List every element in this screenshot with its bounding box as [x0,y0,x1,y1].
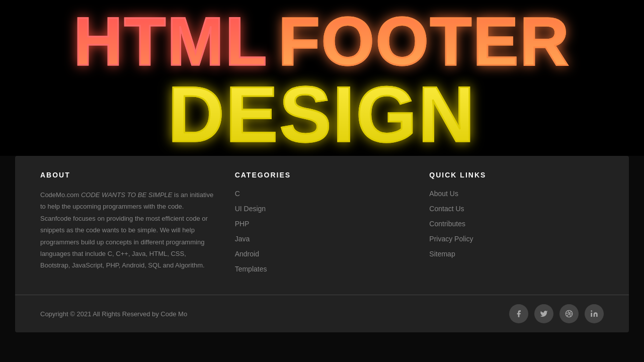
footer-quicklinks-col: QUICK LINKS About Us Contact Us Contribu… [429,171,604,280]
footer-categories-col: CATEGORIES C UI Design PHP Java Android … [235,171,410,280]
category-link-php[interactable]: PHP [235,220,250,228]
list-item: Android [235,249,410,258]
title-footer: FOOTER [278,8,570,75]
twitter-icon[interactable] [534,304,553,323]
quicklink-contributes[interactable]: Contributes [429,220,465,228]
category-link-ui[interactable]: UI Design [235,205,266,213]
categories-list: C UI Design PHP Java Android Templates [235,189,410,274]
footer-bottom: Copyright © 2021 All Rights Reserved by … [15,295,629,332]
list-item: Privacy Policy [429,234,604,243]
facebook-icon[interactable] [509,304,528,323]
list-item: Contributes [429,219,604,228]
linkedin-icon[interactable] [585,304,604,323]
category-link-android[interactable]: Android [235,250,259,258]
quicklink-privacy[interactable]: Privacy Policy [429,235,473,243]
footer-about-col: ABOUT CodeMo.com CODE WANTS TO BE SIMPLE… [40,171,215,280]
list-item: Contact Us [429,204,604,213]
title-row-2: DESIGN [168,75,476,153]
footer-section: ABOUT CodeMo.com CODE WANTS TO BE SIMPLE… [15,156,629,295]
list-item: C [235,189,410,198]
list-item: Java [235,234,410,243]
list-item: Templates [235,264,410,274]
list-item: UI Design [235,204,410,213]
category-link-java[interactable]: Java [235,235,250,243]
list-item: Sitemap [429,249,604,258]
quicklink-sitemap[interactable]: Sitemap [429,250,455,258]
categories-title: CATEGORIES [235,171,410,179]
about-title: ABOUT [40,171,215,179]
hero-section: HTML FOOTER DESIGN [0,0,644,156]
footer-top: ABOUT CodeMo.com CODE WANTS TO BE SIMPLE… [40,171,604,295]
category-link-templates[interactable]: Templates [235,265,267,273]
about-text: CodeMo.com CODE WANTS TO BE SIMPLE is an… [40,189,215,272]
title-design: DESIGN [168,71,476,158]
list-item: PHP [235,219,410,228]
copyright-text: Copyright © 2021 All Rights Reserved by … [40,310,187,318]
about-text-prefix: CodeMo.com [40,191,81,199]
title-html: HTML [73,8,268,75]
about-text-suffix: is an initiative to help the upcoming pr… [40,191,213,269]
dribbble-icon[interactable] [559,304,579,323]
list-item: About Us [429,189,604,198]
quicklinks-title: QUICK LINKS [429,171,604,179]
about-italic: CODE WANTS TO BE SIMPLE [81,191,173,199]
category-link-c[interactable]: C [235,190,240,198]
social-icons-group [509,304,604,323]
quicklinks-list: About Us Contact Us Contributes Privacy … [429,189,604,258]
title-row-1: HTML FOOTER [73,8,570,75]
quicklink-contact[interactable]: Contact Us [429,205,464,213]
quicklink-about[interactable]: About Us [429,190,458,198]
svg-point-1 [591,310,592,312]
